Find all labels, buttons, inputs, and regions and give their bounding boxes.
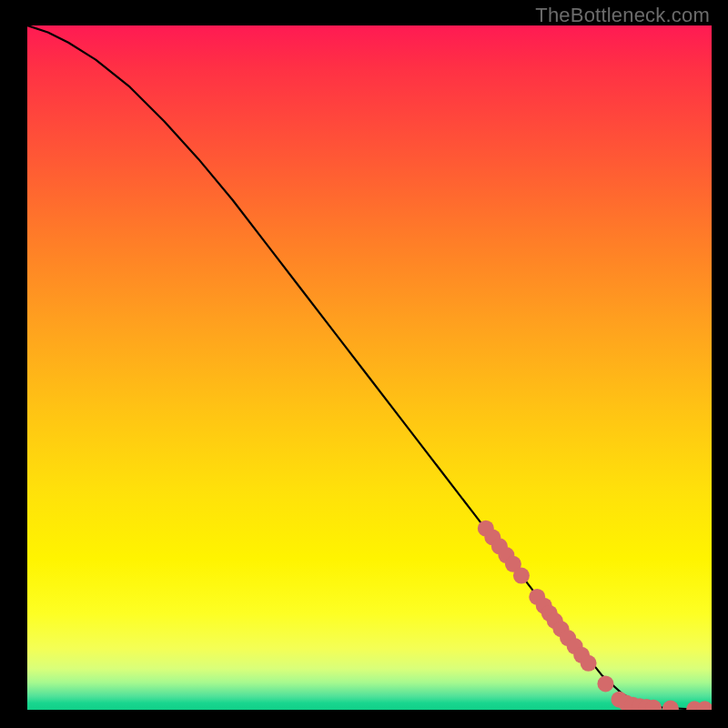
marker-dot [513,568,530,584]
marker-dot [581,655,597,672]
marker-dot [662,701,679,711]
plot-area [27,25,712,710]
marker-dot [597,675,613,692]
bottleneck-curve [27,25,712,710]
watermark-label: TheBottleneck.com [535,4,710,27]
highlight-markers [478,521,712,710]
plot-svg [27,25,712,710]
chart-frame: TheBottleneck.com [0,0,728,728]
